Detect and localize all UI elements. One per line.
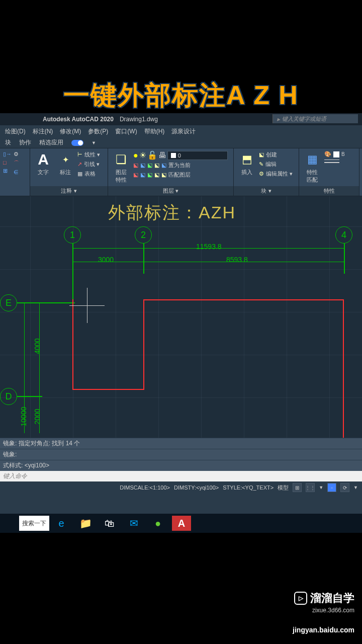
text-button[interactable]: A 文字 xyxy=(33,150,53,177)
grid-toggle-icon[interactable]: ⊞ xyxy=(293,483,302,492)
leader-icon: ↗ xyxy=(77,161,82,168)
layer-btn-7[interactable]: ⬕ xyxy=(147,171,152,179)
ribbon: ▯→ □ ⊞ ⚙ ⌒ ∈ A 文字 ✦ 标注 xyxy=(0,148,362,196)
plot-icon[interactable]: 🖶 xyxy=(158,151,166,160)
menu-help[interactable]: 帮助(H) xyxy=(144,127,165,136)
status-dimscale[interactable]: DIMSCALE:<1:100> xyxy=(120,485,170,491)
status-btn-2[interactable]: ⋮⋮ xyxy=(306,483,315,492)
menu-parametric[interactable]: 参数(P) xyxy=(88,127,108,136)
edit-block-button[interactable]: ✎编辑 xyxy=(259,160,293,169)
tab-featured[interactable]: 精选应用 xyxy=(39,138,63,147)
edit-icon: ✎ xyxy=(259,161,263,168)
edit-attrs-button[interactable]: ⚙编辑属性 ▾ xyxy=(259,170,293,178)
insert-button[interactable]: ⬒ 插入 xyxy=(237,150,257,177)
tab-collab[interactable]: 协作 xyxy=(19,138,31,147)
lock-icon[interactable]: 🔓 xyxy=(147,150,157,160)
make-current-icon: ⬕ xyxy=(161,162,166,169)
make-current-button[interactable]: ⬕置为当前 xyxy=(161,161,191,170)
chevron-down-icon[interactable]: ▼ xyxy=(353,485,358,490)
ribbon-panel-props: ▦ 特性 匹配 🎨B 特性 xyxy=(299,148,359,196)
drawing-overlay-text: 外部标注：AZH xyxy=(108,201,236,224)
color-picker[interactable]: 🎨B xyxy=(324,150,345,158)
crosshair-v xyxy=(87,288,87,323)
browser-icon[interactable]: ● xyxy=(146,514,170,533)
create-block-button[interactable]: ⬕创建 xyxy=(259,150,293,159)
panel-label-layers: 图层 ▾ xyxy=(108,186,233,196)
status-dimsty[interactable]: DIMSTY:<yqi100> xyxy=(174,485,219,491)
status-model[interactable]: 模型 xyxy=(278,484,289,492)
layer-btn-3[interactable]: ⬕ xyxy=(147,161,152,170)
tab-blocks[interactable]: 块 xyxy=(5,138,11,147)
linear-dim-button[interactable]: ⊢线性 ▾ xyxy=(77,150,100,159)
linetype-picker[interactable] xyxy=(324,159,345,160)
btn-icon-a[interactable]: ⚙ xyxy=(14,150,19,158)
taskbar-search[interactable]: 搜索一下 xyxy=(19,516,49,531)
wall-h2 xyxy=(72,389,144,390)
watermark: ▷ 溜溜自学 zixue.3d66.com xyxy=(294,591,354,614)
watermark-source: jingyan.baidu.com xyxy=(293,626,354,634)
dimension-icon: ✦ xyxy=(57,151,73,168)
layers-icon: ❏ xyxy=(113,151,129,168)
watermark-brand: 溜溜自学 xyxy=(310,591,354,606)
layer-btn-6[interactable]: ⬕ xyxy=(140,171,145,179)
chevron-down-icon[interactable]: ▼ xyxy=(319,485,323,490)
bulb-icon[interactable]: ● xyxy=(133,151,138,160)
store-icon[interactable]: 🛍 xyxy=(98,514,122,533)
btn-icon-b[interactable]: ⌒ xyxy=(14,159,19,168)
drawing-canvas[interactable]: 外部标注：AZH 1 2 4 E D 11593.8 3000 8593.8 4… xyxy=(0,196,362,438)
autocad-taskbar-icon[interactable]: A xyxy=(172,516,191,531)
layer-btn-4[interactable]: ⬕ xyxy=(154,161,159,170)
attr-icon: ⚙ xyxy=(259,171,264,177)
cmd-history-1: 镜象: 指定对角点: 找到 14 个 xyxy=(0,438,362,449)
leader-button[interactable]: ↗引线 ▾ xyxy=(77,160,100,169)
mail-icon[interactable]: ✉ xyxy=(122,514,146,533)
menu-draw[interactable]: 绘图(D) xyxy=(5,127,26,136)
ribbon-panel-blocks: ⬒ 插入 ⬕创建 ✎编辑 ⚙编辑属性 ▾ 块 ▾ xyxy=(234,148,299,196)
explorer-icon[interactable]: 📁 xyxy=(73,514,98,533)
panel-label-props: 特性 xyxy=(299,186,359,196)
sun-icon[interactable]: ☀ xyxy=(139,150,146,160)
btn-icon-c[interactable]: ∈ xyxy=(14,169,19,176)
stretch-icon: ▯→ xyxy=(3,151,12,157)
dim-total: 11593.8 xyxy=(196,243,222,251)
windows-taskbar: 搜索一下 e 📁 🛍 ✉ ● A xyxy=(0,514,362,533)
chevron-down-icon[interactable]: ▼ xyxy=(92,140,96,145)
menu-modify[interactable]: 修改(M) xyxy=(60,127,81,136)
grid-bubble-E: E xyxy=(0,294,17,311)
help-search-input[interactable]: 键入关键字或短语 xyxy=(273,114,358,123)
ribbon-panel-cut: ▯→ □ ⊞ ⚙ ⌒ ∈ xyxy=(0,148,30,196)
wall-h1 xyxy=(143,299,344,300)
dimension-button[interactable]: ✦ 标注 xyxy=(55,150,75,177)
menu-yq-design[interactable]: 源泉设计 xyxy=(171,127,196,136)
arc-icon: ⌒ xyxy=(14,159,19,167)
menu-dimension[interactable]: 标注(N) xyxy=(33,127,53,136)
layer-props-button[interactable]: ❏ 图层 特性 xyxy=(111,150,131,185)
status-style[interactable]: STYLE:<YQ_TEXT> xyxy=(223,485,274,491)
layer-btn-5[interactable]: ⬕ xyxy=(133,171,138,179)
toggle-switch[interactable] xyxy=(71,140,83,146)
layer-btn-2[interactable]: ⬕ xyxy=(140,161,145,170)
lineweight-picker[interactable] xyxy=(324,162,345,164)
btn-stretch[interactable]: ▯→ xyxy=(3,150,12,158)
titlebar: Autodesk AutoCAD 2020 Drawing1.dwg 键入关键字… xyxy=(0,113,362,125)
dim-v1: 4000 xyxy=(33,338,41,354)
layer-btn-8[interactable]: ⬕ xyxy=(154,171,159,179)
layer-dropdown[interactable]: 0 xyxy=(167,151,228,160)
layer-btn-1[interactable]: ⬕ xyxy=(133,161,138,170)
btn-array[interactable]: ⊞ xyxy=(3,167,12,175)
status-btn-3[interactable]: ▫ xyxy=(327,483,336,492)
menu-window[interactable]: 窗口(W) xyxy=(115,127,137,136)
linear-icon: ⊢ xyxy=(77,151,82,158)
dim-1: 3000 xyxy=(98,256,114,264)
table-button[interactable]: ▦表格 xyxy=(77,170,100,178)
edge-icon[interactable]: e xyxy=(49,514,73,533)
dim-v3: 10000 xyxy=(20,407,28,427)
wall-v3 xyxy=(343,299,344,438)
command-input[interactable]: 键入命令 xyxy=(0,471,362,481)
match-layer-button[interactable]: ⬕匹配图层 xyxy=(161,171,191,179)
btn-trim[interactable]: □ xyxy=(3,159,12,166)
text-icon: A xyxy=(35,151,51,168)
wall-v2 xyxy=(143,299,144,390)
refresh-icon[interactable]: ⟳ xyxy=(340,483,349,492)
props-button[interactable]: ▦ 特性 匹配 xyxy=(302,150,322,185)
